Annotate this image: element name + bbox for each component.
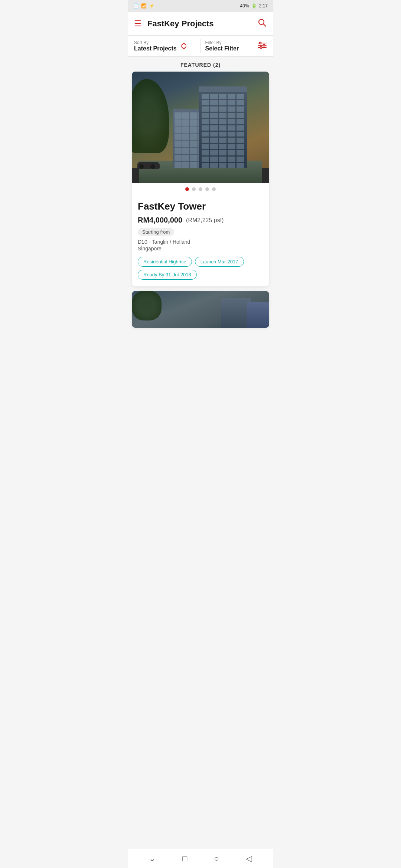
featured-label: FEATURED (2) (128, 57, 273, 72)
time: 2:17 (259, 3, 268, 9)
card-image (132, 72, 269, 183)
main-tower (199, 86, 247, 168)
battery-level: 40% (240, 3, 249, 9)
sort-value: Latest Projects (134, 45, 177, 52)
page-title: FastKey Projects (147, 19, 257, 29)
price-psf: (RM2,225 psf) (186, 217, 224, 224)
dot-3[interactable] (199, 187, 202, 191)
status-left-icons: 📄 📶 ⚡ (133, 3, 154, 9)
sort-chevron-icon[interactable] (180, 42, 187, 50)
doc-icon: 📄 (133, 3, 139, 9)
dot-2[interactable] (192, 187, 196, 191)
peek-image (132, 291, 269, 328)
tower-windows (202, 94, 244, 168)
svg-point-5 (260, 42, 261, 44)
starting-from-badge: Starting from (138, 228, 174, 236)
peek-building (221, 298, 251, 328)
svg-point-6 (263, 44, 265, 46)
battery-icon: 🔋 (251, 3, 257, 9)
price-main: RM4,000,000 (138, 216, 182, 224)
price-row: RM4,000,000 (RM2,225 psf) Starting from (138, 216, 263, 236)
filter-text: Filter By Select Filter (205, 40, 239, 52)
project-name: FastKey Tower (138, 201, 263, 212)
filter-settings-icon[interactable] (257, 41, 267, 51)
wifi-icon: 📶 (141, 3, 147, 9)
card-body: FastKey Tower RM4,000,000 (RM2,225 psf) … (132, 195, 269, 286)
building-scene (132, 72, 269, 183)
dot-4[interactable] (205, 187, 209, 191)
header: ☰ FastKey Projects (128, 12, 273, 36)
svg-line-1 (264, 24, 266, 26)
filter-section[interactable]: Filter By Select Filter (205, 40, 267, 52)
sort-text: Sort By Latest Projects (134, 40, 177, 52)
project-card-1[interactable]: FastKey Tower RM4,000,000 (RM2,225 psf) … (132, 72, 269, 286)
svg-point-7 (260, 46, 262, 48)
location-line1: D10 - Tanglin / Holland (138, 239, 263, 245)
car-silhouette (137, 162, 160, 169)
usb-icon: ⚡ (149, 3, 154, 9)
project-card-2-peek[interactable] (132, 291, 269, 328)
filter-value: Select Filter (205, 45, 239, 52)
tag-ready[interactable]: Ready By 31-Jul-2018 (138, 270, 197, 280)
tag-launch[interactable]: Launch Mar-2017 (195, 257, 244, 267)
search-icon[interactable] (257, 18, 267, 30)
dot-1[interactable] (185, 187, 189, 191)
status-bar: 📄 📶 ⚡ 40% 🔋 2:17 (128, 0, 273, 12)
peek-tree (132, 291, 162, 320)
status-right: 40% 🔋 2:17 (240, 3, 268, 9)
tags-row: Residential Highrise Launch Mar-2017 Rea… (138, 257, 263, 280)
sort-filter-bar: Sort By Latest Projects Filter By Select… (128, 36, 273, 57)
sort-section[interactable]: Sort By Latest Projects (134, 40, 196, 52)
hamburger-menu-icon[interactable]: ☰ (134, 20, 141, 28)
sort-label: Sort By (134, 40, 177, 45)
carousel-dots (132, 183, 269, 195)
location-line2: Singapore (138, 246, 263, 251)
dot-5[interactable] (212, 187, 216, 191)
filter-label: Filter By (205, 40, 239, 45)
sort-filter-divider (200, 39, 201, 53)
tag-type[interactable]: Residential Highrise (138, 257, 192, 267)
